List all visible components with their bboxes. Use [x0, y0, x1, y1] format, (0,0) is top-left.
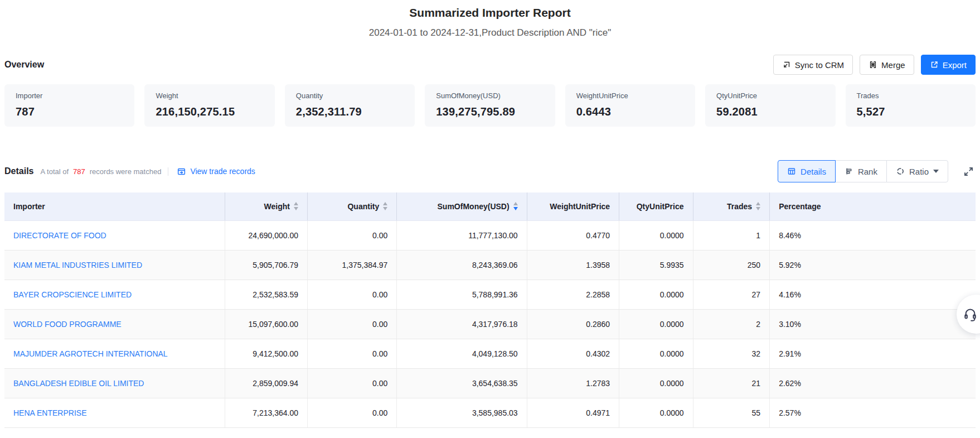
tab-details-view[interactable]: Details: [778, 160, 836, 182]
export-button[interactable]: Export: [921, 55, 976, 75]
table-row: KIAM METAL INDUSTRIES LIMITED 5,905,706.…: [4, 250, 976, 280]
details-view-label: Details: [801, 167, 826, 176]
summarized-importer-report-page: Summarized Importer Report 2024-01-01 to…: [0, 6, 980, 438]
ratio-view-icon: [896, 167, 905, 176]
table-row: DIRECTORATE OF FOOD 24,690,000.00 0.00 1…: [4, 220, 976, 250]
sort-asc-icon[interactable]: [513, 202, 518, 205]
sort-desc-icon-active[interactable]: [513, 207, 518, 210]
sort-control[interactable]: [383, 202, 387, 210]
column-header-sum-of-money[interactable]: SumOfMoney(USD): [397, 192, 527, 220]
weight-cell: 9,412,500.00: [225, 339, 307, 368]
sort-control[interactable]: [756, 202, 760, 210]
tab-ratio-view[interactable]: Ratio: [886, 160, 948, 182]
stat-value: 139,275,795.89: [436, 105, 544, 118]
sync-to-crm-button[interactable]: Sync to CRM: [773, 55, 853, 75]
column-header-quantity[interactable]: Quantity: [307, 192, 396, 220]
stat-value: 216,150,275.15: [156, 105, 263, 118]
weight-cell: 15,097,600.00: [225, 309, 307, 339]
qty-unit-price-cell: 0.0000: [619, 339, 693, 368]
trades-cell: 250: [693, 250, 770, 280]
stat-card-importer: Importer 787: [4, 84, 134, 127]
report-query-subtitle: 2024-01-01 to 2024-12-31,Product Descrip…: [4, 26, 976, 40]
quantity-cell: 0.00: [307, 280, 396, 309]
importer-link[interactable]: MAJUMDER AGROTECH INTERNATIONAL: [13, 349, 168, 358]
percentage-cell: 8.46%: [770, 220, 976, 250]
details-header-row: Details A total of 787 records were matc…: [4, 160, 976, 182]
stat-value: 0.6443: [576, 105, 684, 118]
sort-desc-icon[interactable]: [756, 207, 760, 210]
sum-of-money-cell: 3,654,638.35: [397, 368, 527, 398]
sort-asc-icon[interactable]: [294, 202, 298, 205]
fullscreen-button[interactable]: [962, 165, 976, 179]
weight-unit-price-cell: 2.2858: [527, 280, 619, 309]
quantity-cell: 0.00: [307, 339, 396, 368]
tab-rank-view[interactable]: Rank: [835, 160, 887, 182]
stat-label: Weight: [156, 92, 263, 100]
weight-cell: 7,213,364.00: [225, 398, 307, 427]
sort-asc-icon[interactable]: [383, 202, 387, 205]
qty-unit-price-cell: 5.9935: [619, 250, 693, 280]
qty-unit-price-cell: 0.0000: [619, 398, 693, 427]
table-row: BAYER CROPSCIENCE LIMITED 2,532,583.59 0…: [4, 280, 976, 309]
sort-control[interactable]: [513, 202, 518, 210]
headset-icon: [963, 307, 978, 322]
trades-cell: 27: [693, 280, 770, 309]
rank-view-icon: [845, 167, 853, 176]
column-header-weight[interactable]: Weight: [225, 192, 307, 220]
merge-button[interactable]: Merge: [860, 55, 914, 75]
percentage-cell: 4.16%: [770, 280, 976, 309]
fullscreen-icon: [963, 166, 974, 177]
merge-icon: [869, 60, 877, 69]
details-heading: Details: [4, 166, 33, 176]
weight-unit-price-cell: 0.4302: [527, 339, 619, 368]
sort-desc-icon[interactable]: [383, 207, 387, 210]
merge-label: Merge: [881, 60, 905, 70]
view-trade-records-link[interactable]: View trade records: [177, 167, 255, 176]
quantity-cell: 0.00: [307, 309, 396, 339]
stat-value: 59.2081: [716, 105, 824, 118]
trades-cell: 21: [693, 368, 770, 398]
stat-card-quantity: Quantity 2,352,311.79: [285, 84, 415, 127]
table-row: MAJUMDER AGROTECH INTERNATIONAL 9,412,50…: [4, 339, 976, 368]
view-trade-records-icon: [177, 167, 186, 176]
trades-cell: 1: [693, 220, 770, 250]
stat-label: Trades: [857, 92, 964, 100]
sort-desc-icon[interactable]: [294, 207, 298, 210]
qty-unit-price-cell: 0.0000: [619, 309, 693, 339]
details-view-icon: [787, 167, 796, 176]
column-header-trades[interactable]: Trades: [693, 192, 770, 220]
matched-records-count: 787: [71, 167, 87, 176]
importer-link[interactable]: DIRECTORATE OF FOOD: [13, 231, 106, 240]
sum-of-money-cell: 4,049,128.50: [397, 339, 527, 368]
quantity-cell: 0.00: [307, 398, 396, 427]
stat-value: 2,352,311.79: [296, 105, 404, 118]
importer-link[interactable]: HENA ENTERPRISE: [13, 408, 86, 417]
percentage-cell: 2.91%: [770, 339, 976, 368]
importer-link[interactable]: KIAM METAL INDUSTRIES LIMITED: [13, 261, 142, 269]
importer-link[interactable]: BAYER CROPSCIENCE LIMITED: [13, 290, 132, 299]
vertical-divider: [168, 167, 168, 176]
qty-unit-price-cell: 0.0000: [619, 368, 693, 398]
details-left-group: Details A total of 787 records were matc…: [4, 166, 255, 176]
trades-cell: 2: [693, 309, 770, 339]
sort-asc-icon[interactable]: [756, 202, 760, 205]
ratio-view-label: Ratio: [909, 167, 929, 176]
stat-label: QtyUnitPrice: [716, 92, 824, 100]
stat-card-weight: Weight 216,150,275.15: [144, 84, 274, 127]
sort-control[interactable]: [294, 202, 298, 210]
column-header-weight-unit-price: WeightUnitPrice: [527, 192, 619, 220]
weight-unit-price-cell: 1.2783: [527, 368, 619, 398]
quantity-cell: 0.00: [307, 220, 396, 250]
quantity-cell: 0.00: [307, 368, 396, 398]
column-header-qty-unit-price: QtyUnitPrice: [619, 192, 693, 220]
stat-card-qty-unit-price: QtyUnitPrice 59.2081: [705, 84, 835, 127]
table-row: WORLD FOOD PROGRAMME 15,097,600.00 0.00 …: [4, 309, 976, 339]
importer-link[interactable]: BANGLADESH EDIBLE OIL LIMITED: [13, 379, 144, 388]
stat-label: WeightUnitPrice: [576, 92, 684, 100]
percentage-cell: 2.62%: [770, 368, 976, 398]
importer-link[interactable]: WORLD FOOD PROGRAMME: [13, 320, 122, 329]
sum-of-money-cell: 11,777,130.00: [397, 220, 527, 250]
sync-to-crm-label: Sync to CRM: [795, 60, 844, 70]
trades-cell: 32: [693, 339, 770, 368]
sum-of-money-cell: 3,585,985.03: [397, 398, 527, 427]
